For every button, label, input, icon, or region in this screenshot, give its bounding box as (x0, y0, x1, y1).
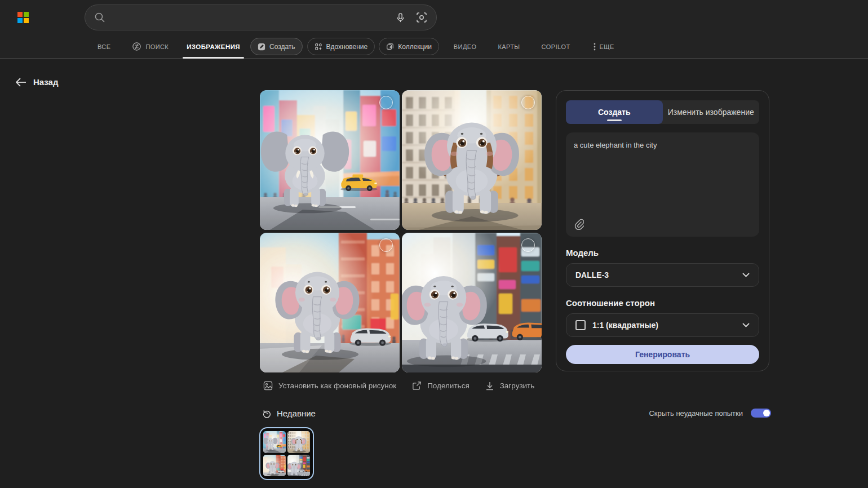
search-input[interactable] (111, 13, 395, 23)
hide-failed-toggle[interactable] (751, 409, 771, 418)
nav-images[interactable]: ИЗОБРАЖЕНИЯ (187, 35, 240, 58)
generate-button[interactable]: Генерировать (566, 345, 759, 364)
visual-search-icon[interactable] (416, 12, 427, 23)
tab-edit-image[interactable]: Изменить изображение (663, 100, 760, 124)
recent-section-header: Недавние (262, 409, 316, 418)
microphone-icon[interactable] (395, 12, 406, 23)
nav-create[interactable]: Создать (250, 38, 303, 55)
aspect-ratio-select[interactable]: 1:1 (квадратные) (566, 313, 759, 337)
hide-failed-row: Скрыть неудачные попытки (649, 409, 771, 418)
back-button[interactable]: Назад (16, 77, 58, 87)
nav-all[interactable]: ВСЕ (98, 35, 110, 58)
aspect-ratio-label: Соотношение сторон (566, 298, 759, 308)
search-icon (94, 12, 105, 23)
generated-image-3[interactable] (260, 233, 400, 372)
nav-collections[interactable]: Коллекции (379, 38, 439, 55)
model-select[interactable]: DALLE-3 (566, 263, 759, 287)
select-circle-icon[interactable] (379, 96, 393, 109)
chevron-down-icon (742, 273, 750, 277)
microsoft-logo[interactable] (17, 12, 29, 23)
nav-maps[interactable]: КАРТЫ (498, 35, 520, 58)
download-button[interactable]: Загрузить (485, 381, 535, 391)
prompt-text: a cute elephant in the city (574, 140, 751, 150)
more-vertical-icon (594, 43, 596, 51)
select-circle-icon[interactable] (379, 238, 393, 252)
attachment-icon[interactable] (574, 219, 584, 230)
back-label: Назад (33, 77, 58, 87)
search-bar[interactable] (85, 5, 437, 30)
main-nav: ВСЕ ПОИСК ИЗОБРАЖЕНИЯ Создать Вдохновени… (98, 35, 614, 58)
tab-create[interactable]: Создать (566, 100, 663, 124)
history-icon (262, 409, 272, 418)
generated-image-1[interactable] (260, 90, 400, 230)
set-wallpaper-button[interactable]: Установить как фоновый рисунок (263, 381, 396, 391)
nav-more[interactable]: ЕЩЕ (594, 35, 614, 58)
select-circle-icon[interactable] (521, 238, 535, 252)
select-circle-icon[interactable] (521, 96, 535, 109)
chevron-down-icon (742, 323, 750, 327)
hide-failed-label: Скрыть неудачные попытки (649, 409, 743, 418)
create-icon (258, 43, 265, 51)
collections-icon (386, 43, 394, 51)
wallpaper-icon (263, 381, 273, 391)
generated-image-2[interactable] (402, 90, 542, 230)
download-icon (485, 381, 494, 391)
panel-tabs: Создать Изменить изображение (566, 100, 759, 124)
nav-inspiration[interactable]: Вдохновение (307, 38, 375, 55)
recent-thumbnail-selected[interactable] (259, 427, 314, 480)
create-panel: Создать Изменить изображение a cute elep… (556, 90, 769, 371)
inspiration-icon (315, 43, 322, 51)
nav-copilot[interactable]: COPILOT (541, 35, 570, 58)
top-header: ВСЕ ПОИСК ИЗОБРАЖЕНИЯ Создать Вдохновени… (0, 0, 868, 59)
share-icon (412, 381, 422, 391)
generated-images-grid (260, 90, 542, 372)
generated-image-4[interactable] (402, 233, 542, 372)
nav-video[interactable]: ВИДЕО (454, 35, 477, 58)
model-label: Модель (566, 248, 759, 258)
square-aspect-icon (575, 320, 586, 330)
back-arrow-icon (16, 78, 26, 87)
image-actions: Установить как фоновый рисунок Поделитьс… (263, 381, 534, 391)
prompt-textarea[interactable]: a cute elephant in the city (566, 132, 759, 237)
share-button[interactable]: Поделиться (412, 381, 470, 391)
nav-search[interactable]: ПОИСК (132, 35, 169, 58)
search-tab-icon (132, 42, 141, 51)
